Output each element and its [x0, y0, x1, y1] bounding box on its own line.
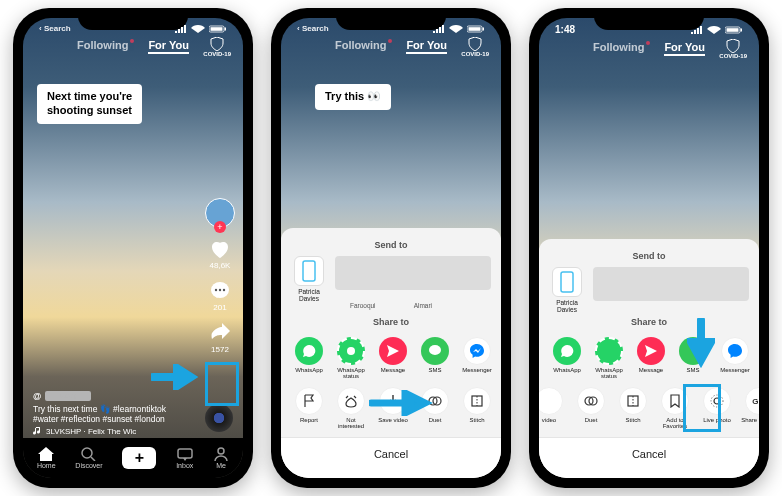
share-messenger[interactable]: Messenger — [459, 337, 495, 379]
music-info[interactable]: 3LVKSHP · Felix The Wic — [33, 427, 183, 436]
tab-bar: Home Discover + Inbox Me — [23, 438, 243, 478]
svg-rect-22 — [561, 272, 573, 292]
svg-point-15 — [429, 345, 441, 355]
top-nav: Following For You COVID-19 — [281, 33, 501, 60]
contact-label: Farooqui — [350, 302, 376, 309]
top-nav: Following For You COVID-19 — [539, 35, 759, 62]
svg-rect-11 — [469, 27, 481, 31]
status-icons — [433, 25, 485, 33]
svg-point-4 — [215, 289, 217, 291]
covid-badge[interactable]: COVID-19 — [203, 37, 231, 57]
action-report[interactable]: Report — [291, 387, 327, 429]
cancel-button[interactable]: Cancel — [539, 437, 759, 478]
action-video[interactable]: video — [539, 387, 567, 429]
action-gif[interactable]: GIFShare as GIF — [741, 387, 759, 429]
svg-rect-1 — [211, 27, 223, 31]
tab-me[interactable]: Me — [213, 447, 229, 469]
top-nav: Following For You COVID-19 — [23, 33, 243, 60]
share-message[interactable]: Message — [375, 337, 411, 379]
action-duet[interactable]: Duet — [573, 387, 609, 429]
tab-inbox[interactable]: Inbox — [176, 447, 193, 469]
shareto-label: Share to — [281, 317, 501, 327]
back-search[interactable]: ‹ Search — [297, 24, 329, 33]
share-sms[interactable]: SMS — [417, 337, 453, 379]
caption-bubble: Next time you're shooting sunset — [37, 84, 142, 124]
covid-badge[interactable]: COVID-19 — [461, 37, 489, 57]
sound-disc[interactable] — [205, 404, 233, 432]
blurred-contacts — [335, 256, 491, 290]
right-column: + 48,6K 201 1572 — [205, 198, 235, 354]
sendto-label: Send to — [281, 240, 501, 250]
tab-following[interactable]: Following — [77, 39, 134, 54]
blurred-contacts — [593, 267, 749, 301]
share-whatsapp-status[interactable]: WhatsApp status — [591, 337, 627, 379]
annotation-arrow-down — [687, 318, 715, 372]
caption-text: Try this next time 👣 #learnontiktok #wat… — [33, 404, 183, 424]
share-sheet: Send to Patricia Davies Share to WhatsAp… — [539, 239, 759, 478]
svg-rect-8 — [178, 449, 192, 458]
svg-point-6 — [223, 289, 225, 291]
share-sheet: Send to Patricia Davies .FarooquiAlmari.… — [281, 228, 501, 478]
back-search[interactable]: ‹ Search — [39, 24, 71, 33]
svg-point-7 — [82, 448, 92, 458]
status-bar: 1:48 — [539, 18, 759, 35]
tab-home[interactable]: Home — [37, 447, 56, 469]
action-stitch[interactable]: Stitch — [615, 387, 651, 429]
svg-point-5 — [219, 289, 221, 291]
action-row: video Duet Stitch Add to Favorites Live … — [539, 383, 759, 437]
phone-1: ‹ Search Following For You COVID-19 Next… — [13, 8, 253, 488]
svg-rect-13 — [303, 261, 315, 281]
svg-rect-21 — [741, 28, 743, 31]
status-bar: ‹ Search — [23, 18, 243, 33]
follow-plus-icon[interactable]: + — [214, 221, 226, 233]
share-whatsapp[interactable]: WhatsApp — [291, 337, 327, 379]
contact-item[interactable]: Patricia Davies — [549, 267, 585, 313]
share-whatsapp[interactable]: WhatsApp — [549, 337, 585, 379]
tab-foryou[interactable]: For You — [406, 39, 447, 54]
music-icon — [33, 427, 42, 436]
sendto-label: Send to — [539, 251, 759, 261]
svg-rect-20 — [727, 28, 739, 32]
svg-rect-12 — [483, 27, 485, 30]
tab-following[interactable]: Following — [593, 41, 650, 56]
status-icons — [175, 25, 227, 33]
covid-badge[interactable]: COVID-19 — [719, 39, 747, 59]
tab-create[interactable]: + — [122, 447, 156, 469]
like-button[interactable]: 48,6K — [209, 238, 231, 270]
share-row: WhatsApp WhatsApp status Message SMS Mes… — [539, 333, 759, 383]
shareto-label: Share to — [539, 317, 759, 327]
comment-button[interactable]: 201 — [209, 280, 231, 312]
tab-following[interactable]: Following — [335, 39, 392, 54]
status-bar: ‹ Search — [281, 18, 501, 33]
status-time: 1:48 — [555, 24, 575, 35]
contact-item[interactable]: Patricia Davies — [291, 256, 327, 302]
bottom-info: @user Try this next time 👣 #learnontikto… — [33, 391, 183, 436]
tab-foryou[interactable]: For You — [148, 39, 189, 54]
share-message[interactable]: Message — [633, 337, 669, 379]
svg-rect-2 — [225, 27, 227, 30]
tab-discover[interactable]: Discover — [75, 447, 102, 469]
share-row: WhatsApp WhatsApp status Message SMS Mes… — [281, 333, 501, 383]
cancel-button[interactable]: Cancel — [281, 437, 501, 478]
status-icons — [691, 26, 743, 34]
contact-label: Almari — [414, 302, 432, 309]
caption-bubble: Try this 👀 — [315, 84, 391, 110]
share-messenger[interactable]: Messenger — [717, 337, 753, 379]
share-button[interactable]: 1572 — [209, 322, 231, 354]
annotation-box — [205, 362, 239, 406]
action-not-interested[interactable]: Not interested — [333, 387, 369, 429]
tab-foryou[interactable]: For You — [664, 41, 705, 56]
annotation-box — [683, 384, 721, 432]
annotation-arrow — [151, 364, 201, 394]
phone-3: 1:48 Following For You COVID-19 Send to … — [529, 8, 769, 488]
svg-point-9 — [218, 448, 224, 454]
share-whatsapp-status[interactable]: WhatsApp status — [333, 337, 369, 379]
annotation-arrow — [369, 390, 433, 420]
profile-avatar[interactable]: + — [205, 198, 235, 228]
svg-point-14 — [347, 347, 355, 355]
action-stitch[interactable]: Stitch — [459, 387, 495, 429]
phone-2: ‹ Search Following For You COVID-19 Try … — [271, 8, 511, 488]
